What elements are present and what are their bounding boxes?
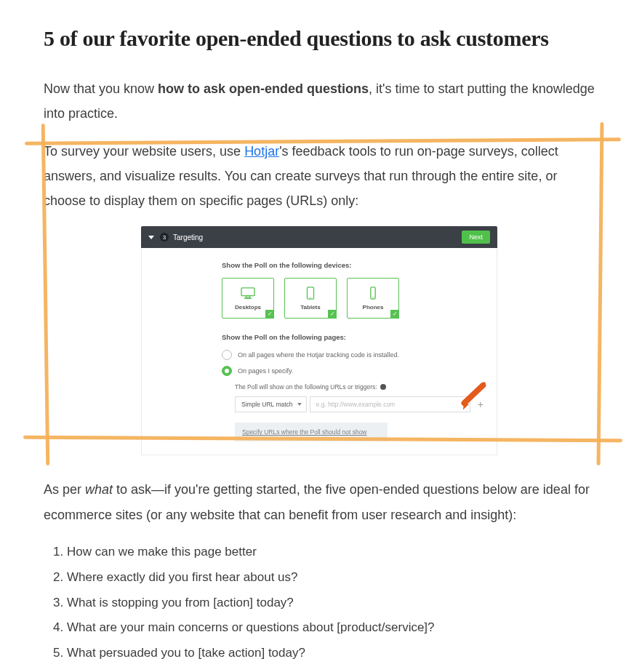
radio-label: On all pages where the Hotjar tracking c… <box>238 351 399 359</box>
device-selector: Desktops Tablets Phones <box>222 278 483 319</box>
panel-title: Targeting <box>173 233 203 241</box>
pages-section-label: Show the Poll on the following pages: <box>222 333 483 341</box>
targeting-panel: 3 Targeting Next Show the Poll on the fo… <box>141 226 497 455</box>
radio-label: On pages I specify. <box>238 367 293 375</box>
article-body: 5 of our favorite open-ended questions t… <box>0 0 642 672</box>
italic-span: what <box>85 482 113 497</box>
trigger-sublabel: The Poll will show on the following URLs… <box>235 383 483 391</box>
radio-checked-icon <box>222 366 232 376</box>
list-item: Where exactly did you first hear about u… <box>67 567 595 588</box>
device-label: Desktops <box>235 304 261 311</box>
trigger-text: The Poll will show on the following URLs… <box>235 383 377 391</box>
hotjar-link[interactable]: Hotjar <box>244 144 279 159</box>
text-span: As per <box>44 482 85 497</box>
add-url-button[interactable]: + <box>478 399 483 410</box>
device-label: Phones <box>363 304 384 311</box>
device-label: Tablets <box>300 304 320 311</box>
svg-point-4 <box>310 297 310 298</box>
text-span: to ask—if you're getting started, the fi… <box>44 482 590 521</box>
panel-body: Show the Poll on the following devices: … <box>141 248 497 455</box>
device-desktop[interactable]: Desktops <box>222 278 274 319</box>
question-list: How can we make this page better Where e… <box>44 542 595 664</box>
url-input[interactable]: e.g. http://www.example.com <box>310 396 470 412</box>
info-dot-icon <box>380 384 386 390</box>
outro-paragraph: As per what to ask—if you're getting sta… <box>44 477 595 527</box>
text-span: To survey your website users, use <box>44 144 244 159</box>
check-icon <box>390 310 399 319</box>
check-icon <box>328 310 337 319</box>
exclude-urls-link[interactable]: Specify URLs where the Poll should not s… <box>235 423 388 441</box>
device-tablet[interactable]: Tablets <box>284 278 337 319</box>
radio-all-pages[interactable]: On all pages where the Hotjar tracking c… <box>222 350 483 360</box>
list-item: What persuaded you to [take action] toda… <box>67 643 595 664</box>
bold-span: how to ask open-ended questions <box>158 81 369 96</box>
panel-header: 3 Targeting Next <box>141 226 497 248</box>
list-item: What is stopping you from [action] today… <box>67 593 595 614</box>
check-icon <box>265 310 274 319</box>
desktop-icon <box>240 287 256 300</box>
svg-point-6 <box>372 297 373 298</box>
step-badge: 3 <box>160 233 169 241</box>
device-phone[interactable]: Phones <box>347 278 399 319</box>
match-type-select[interactable]: Simple URL match <box>235 396 307 412</box>
page-title: 5 of our favorite open-ended questions t… <box>44 22 595 56</box>
devices-section-label: Show the Poll on the following devices: <box>222 261 483 269</box>
radio-specific-pages[interactable]: On pages I specify. <box>222 366 483 376</box>
text-span: Now that you know <box>44 81 158 96</box>
intro-paragraph-2: To survey your website users, use Hotjar… <box>44 139 595 214</box>
tablet-icon <box>302 287 318 300</box>
svg-rect-0 <box>241 288 254 296</box>
radio-icon <box>222 350 232 360</box>
next-button[interactable]: Next <box>462 231 490 244</box>
phone-icon <box>365 287 381 300</box>
list-item: What are your main concerns or questions… <box>67 617 595 639</box>
url-match-row: Simple URL match e.g. http://www.example… <box>235 396 483 412</box>
caret-down-icon <box>148 236 154 239</box>
intro-paragraph-1: Now that you know how to ask open-ended … <box>44 76 595 126</box>
svg-rect-1 <box>246 296 249 298</box>
list-item: How can we make this page better <box>67 542 595 563</box>
